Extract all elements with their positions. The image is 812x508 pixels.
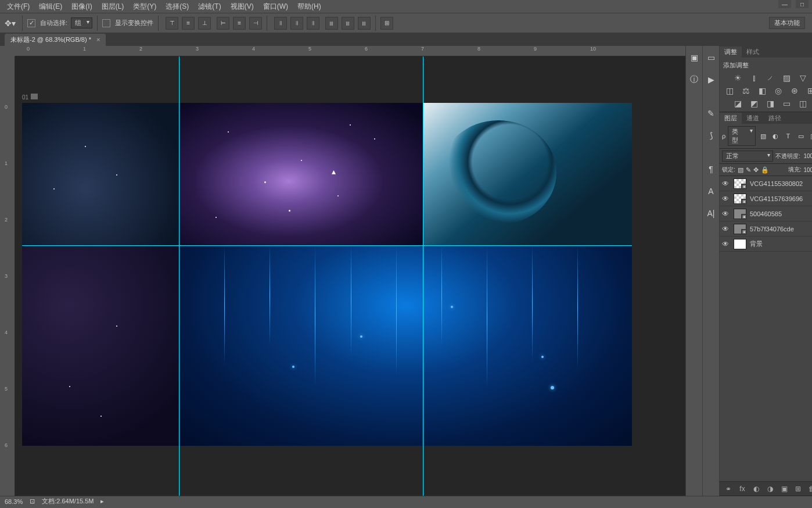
document-tab[interactable]: 未标题-2 @ 68.3%(RGB/8) * × [5, 34, 106, 46]
layer-visibility-icon[interactable]: 👁 [722, 180, 730, 188]
image-night-clouds[interactable] [22, 103, 179, 245]
menu-window[interactable]: 窗口(W) [260, 1, 292, 13]
gradient-map-icon[interactable]: ▭ [781, 99, 792, 108]
photo-filter-icon[interactable]: ◎ [773, 86, 784, 95]
layer-mask-icon[interactable]: ◐ [751, 484, 761, 494]
menu-file[interactable]: 文件(F) [3, 1, 33, 13]
workspace-switcher[interactable]: 基本功能 [769, 17, 805, 29]
filter-adjust-icon[interactable]: ◐ [770, 131, 781, 141]
window-maximize[interactable]: □ [796, 0, 809, 8]
properties-icon[interactable]: ▭ [703, 49, 719, 66]
info-icon[interactable]: ⓘ [686, 71, 702, 88]
move-tool-icon[interactable]: ✥▾ [2, 16, 17, 31]
align-vcenter-icon[interactable]: ≡ [182, 17, 195, 30]
tab-channels[interactable]: 通道 [742, 113, 764, 124]
distribute-hcenter-icon[interactable]: ⫼ [342, 17, 354, 30]
image-ocean-wave[interactable] [423, 103, 632, 245]
align-bottom-icon[interactable]: ⊥ [198, 17, 211, 30]
canvas[interactable]: 01 [15, 56, 685, 496]
menu-edit[interactable]: 编辑(E) [35, 1, 66, 13]
distribute-right-icon[interactable]: ⫼ [358, 17, 371, 30]
lock-position-icon[interactable]: ✥ [753, 166, 759, 174]
tab-paths[interactable]: 路径 [764, 113, 786, 124]
bw-icon[interactable]: ◧ [756, 86, 768, 95]
window-minimize[interactable]: — [778, 0, 791, 8]
layer-thumbnail[interactable] [734, 239, 746, 249]
auto-select-checkbox[interactable]: ✓ [27, 19, 35, 27]
link-layers-icon[interactable]: ⚭ [723, 484, 734, 494]
guide-horizontal-1[interactable] [22, 245, 632, 246]
status-arrow-icon[interactable]: ▸ [100, 498, 104, 505]
menu-layer[interactable]: 图层(L) [98, 1, 128, 13]
close-tab-icon[interactable]: × [96, 36, 100, 43]
menu-filter[interactable]: 滤镜(T) [195, 1, 224, 13]
new-group-icon[interactable]: ▣ [779, 484, 789, 494]
layer-thumbnail[interactable]: ▣ [734, 194, 746, 204]
color-balance-icon[interactable]: ⚖ [740, 86, 752, 95]
distribute-bottom-icon[interactable]: ⫴ [307, 17, 319, 30]
image-galaxy-nebula[interactable] [179, 103, 423, 245]
brush-icon[interactable]: ✎ [703, 105, 719, 121]
filter-image-icon[interactable]: ▧ [758, 131, 768, 141]
paragraph-icon[interactable]: ¶ [703, 161, 719, 177]
opacity-value[interactable]: 100% [803, 153, 812, 159]
auto-align-icon[interactable]: ⊞ [380, 17, 393, 30]
hue-icon[interactable]: ◫ [724, 86, 735, 95]
brightness-icon[interactable]: ☀ [732, 73, 743, 83]
menu-select[interactable]: 选择(S) [162, 1, 192, 13]
menu-image[interactable]: 图像(I) [68, 1, 95, 13]
image-digital-rain[interactable] [179, 245, 632, 446]
status-zoom[interactable]: 68.3% [5, 498, 23, 505]
layer-item[interactable]: 👁▣VCG41155380802 [720, 176, 812, 191]
menu-help[interactable]: 帮助(H) [294, 1, 325, 13]
layer-item[interactable]: 👁▣57b7f34076cde [720, 221, 812, 237]
artboard[interactable]: 01 [22, 103, 632, 446]
layer-visibility-icon[interactable]: 👁 [722, 225, 730, 233]
distribute-left-icon[interactable]: ⫼ [325, 17, 338, 30]
status-doc-info[interactable]: 文档:2.64M/15.5M [42, 497, 94, 506]
lock-pixels-icon[interactable]: ▧ [738, 166, 743, 174]
history-icon[interactable]: ▣ [686, 49, 702, 66]
layer-item[interactable]: 👁▣500460585 [720, 206, 812, 221]
adjustment-layer-icon[interactable]: ◑ [765, 484, 775, 494]
glyphs-icon[interactable]: A| [703, 205, 719, 221]
distribute-top-icon[interactable]: ⫴ [274, 17, 287, 30]
layer-thumbnail[interactable]: ▣ [734, 178, 746, 189]
threshold-icon[interactable]: ◨ [764, 99, 776, 108]
layer-thumbnail[interactable]: ▣ [734, 209, 746, 219]
lock-paint-icon[interactable]: ✎ [746, 166, 751, 174]
vertical-ruler[interactable]: 0 1 2 3 4 5 6 [5, 56, 15, 496]
brush-presets-icon[interactable]: ⟆ [703, 127, 719, 144]
menu-view[interactable]: 视图(V) [227, 1, 257, 13]
align-left-icon[interactable]: ⊢ [217, 17, 229, 30]
layer-filter-dropdown[interactable]: 类型 [728, 126, 756, 146]
lock-all-icon[interactable]: 🔒 [761, 166, 769, 174]
show-transform-checkbox[interactable] [102, 19, 110, 27]
ruler-corner[interactable] [5, 46, 15, 56]
tab-styles[interactable]: 样式 [742, 46, 764, 58]
filter-type-icon[interactable]: T [783, 131, 793, 141]
selective-icon[interactable]: ◫ [797, 99, 809, 108]
exposure-icon[interactable]: ▨ [781, 73, 792, 83]
posterize-icon[interactable]: ◩ [748, 99, 760, 108]
filter-smart-icon[interactable]: ◫ [808, 131, 812, 141]
curves-icon[interactable]: ⟋ [764, 73, 776, 83]
layer-visibility-icon[interactable]: 👁 [722, 210, 730, 218]
horizontal-ruler[interactable]: 0 1 2 3 4 5 6 7 8 9 10 [15, 46, 685, 56]
auto-select-dropdown[interactable]: 组 [71, 17, 92, 28]
character-icon[interactable]: A [703, 183, 719, 199]
distribute-vcenter-icon[interactable]: ⫴ [290, 17, 303, 30]
delete-layer-icon[interactable]: 🗑 [807, 484, 812, 494]
menu-type[interactable]: 类型(Y) [130, 1, 160, 13]
status-zoom-icon[interactable]: ⊡ [30, 498, 35, 505]
filter-shape-icon[interactable]: ▭ [796, 131, 806, 141]
channel-mixer-icon[interactable]: ⊛ [789, 86, 800, 95]
vibrance-icon[interactable]: ▽ [797, 73, 809, 83]
levels-icon[interactable]: ⫿ [748, 73, 760, 83]
layer-item[interactable]: 👁背景🔒 [720, 237, 812, 252]
blend-mode-dropdown[interactable]: 正常 [722, 151, 773, 162]
actions-icon[interactable]: ▶ [703, 71, 719, 88]
guide-vertical-outer-2[interactable] [423, 56, 423, 496]
layer-item[interactable]: 👁▣VCG41157639696 [720, 191, 812, 206]
align-top-icon[interactable]: ⊤ [166, 17, 178, 30]
